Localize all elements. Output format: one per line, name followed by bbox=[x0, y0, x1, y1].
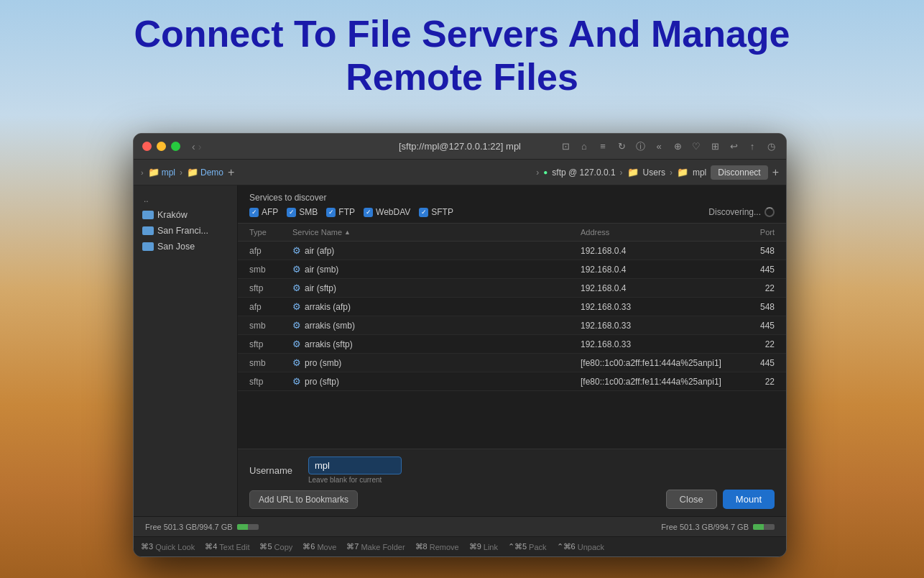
row-type: sftp bbox=[249, 283, 292, 293]
row-type: sftp bbox=[249, 339, 292, 349]
row-address: 192.168.0.4 bbox=[581, 283, 724, 293]
back-icon[interactable]: ‹ bbox=[192, 141, 195, 152]
sidebar-item-krakow[interactable]: Kraków bbox=[134, 207, 237, 223]
button-row: Add URL to Bookmarks Close Mount bbox=[249, 490, 775, 509]
smb-checkbox[interactable]: ✓ bbox=[287, 208, 296, 217]
right-storage-fill bbox=[753, 524, 764, 530]
service-header: Services to discover ✓ AFP ✓ SMB ✓ FTP bbox=[238, 185, 786, 224]
sftp-checkbox[interactable]: ✓ bbox=[419, 208, 428, 217]
sftp-label: SFTP bbox=[431, 207, 453, 217]
shortcut-label: Remove bbox=[430, 543, 459, 551]
info-icon[interactable]: ⓘ bbox=[634, 140, 647, 153]
close-button[interactable]: Close bbox=[666, 490, 717, 509]
navbar-right: › ● sftp @ 127.0.0.1 › 📁 Users › 📁 mpl D… bbox=[536, 165, 779, 180]
table-row[interactable]: smb ⚙ air (smb) 192.168.0.4 445 bbox=[238, 260, 786, 279]
ftp-checkbox[interactable]: ✓ bbox=[326, 208, 336, 217]
list-icon[interactable]: ≡ bbox=[596, 140, 609, 153]
add-bookmark-button[interactable]: Add URL to Bookmarks bbox=[249, 490, 358, 509]
heart-icon[interactable]: ♡ bbox=[690, 140, 703, 153]
left-storage: Free 501.3 GB/994.7 GB bbox=[145, 523, 259, 531]
sidebar-item-sanjose[interactable]: San Jose bbox=[134, 239, 237, 254]
username-hint: Leave blank for current bbox=[308, 476, 402, 484]
globe-icon[interactable]: ⊕ bbox=[671, 140, 684, 153]
row-port: 445 bbox=[724, 358, 775, 368]
undo-icon[interactable]: ↩ bbox=[727, 140, 740, 153]
shortcut-item: ⌃⌘6 Unpack bbox=[557, 542, 604, 551]
grid-icon[interactable]: ⊞ bbox=[708, 140, 721, 153]
right-storage-bar bbox=[753, 524, 775, 530]
shortcut-label: Link bbox=[484, 543, 498, 551]
shortcut-label: Make Folder bbox=[361, 543, 405, 551]
mount-button[interactable]: Mount bbox=[723, 490, 775, 509]
filter-afp[interactable]: ✓ AFP bbox=[249, 207, 278, 217]
breadcrumb-folder-mpl[interactable]: 📁 mpl bbox=[148, 167, 175, 178]
shortcut-item: ⌘4 Text Edit bbox=[205, 542, 249, 551]
left-arrow-icon[interactable]: « bbox=[652, 140, 665, 153]
col-header-name[interactable]: Service Name ▲ bbox=[292, 228, 581, 237]
col-header-port: Port bbox=[724, 228, 775, 237]
share-icon[interactable]: ↑ bbox=[746, 140, 759, 153]
breadcrumb-folder-demo[interactable]: 📁 Demo bbox=[187, 167, 223, 178]
filter-webdav[interactable]: ✓ WebDAV bbox=[364, 207, 410, 217]
breadcrumb-separator: › bbox=[180, 168, 183, 178]
row-port: 22 bbox=[724, 339, 775, 349]
table-row[interactable]: smb ⚙ arrakis (smb) 192.168.0.33 445 bbox=[238, 316, 786, 335]
disconnect-button[interactable]: Disconnect bbox=[711, 165, 767, 180]
table-row[interactable]: smb ⚙ pro (smb) [fe80::1c00:a2ff:fe11:44… bbox=[238, 354, 786, 372]
close-traffic-light[interactable] bbox=[142, 142, 152, 151]
sidebar-label-krakow: Kraków bbox=[157, 210, 188, 220]
row-type: smb bbox=[249, 265, 292, 275]
afp-checkbox[interactable]: ✓ bbox=[249, 208, 259, 217]
navbar-server-label: sftp @ 127.0.0.1 bbox=[552, 168, 615, 178]
server-icon: ⚙ bbox=[292, 301, 301, 312]
row-name: ⚙ air (smb) bbox=[292, 264, 581, 275]
shortcut-label: Pack bbox=[529, 543, 546, 551]
sidebar: .. Kraków San Franci... San Jose bbox=[134, 185, 238, 516]
afp-label: AFP bbox=[262, 207, 278, 217]
add-tab-button[interactable]: + bbox=[228, 166, 234, 179]
username-input-wrap: Leave blank for current bbox=[308, 457, 402, 484]
service-table: Type Service Name ▲ Address Port afp ⚙ a… bbox=[238, 224, 786, 449]
shortcut-label: Copy bbox=[274, 543, 293, 551]
maximize-traffic-light[interactable] bbox=[171, 142, 180, 151]
table-row[interactable]: sftp ⚙ arrakis (sftp) 192.168.0.33 22 bbox=[238, 335, 786, 354]
clock-icon[interactable]: ◷ bbox=[764, 140, 777, 153]
table-row[interactable]: afp ⚙ arrakis (afp) 192.168.0.33 548 bbox=[238, 298, 786, 316]
left-storage-text: Free 501.3 GB/994.7 GB bbox=[145, 523, 233, 531]
shortcut-item: ⌘8 Remove bbox=[415, 542, 459, 551]
row-name: ⚙ arrakis (sftp) bbox=[292, 339, 581, 349]
main-content: .. Kraków San Franci... San Jose Service… bbox=[134, 185, 786, 516]
filter-sftp[interactable]: ✓ SFTP bbox=[419, 207, 453, 217]
navbar-sep2: › bbox=[670, 168, 673, 178]
filter-ftp[interactable]: ✓ FTP bbox=[326, 207, 355, 217]
left-storage-bar bbox=[237, 524, 259, 530]
right-storage-text: Free 501.3 GB/994.7 GB bbox=[661, 523, 749, 531]
username-input[interactable] bbox=[308, 457, 402, 474]
row-name-label: air (smb) bbox=[305, 265, 338, 275]
shortcut-key: ⌘4 bbox=[205, 542, 217, 551]
home-icon[interactable]: ⌂ bbox=[578, 140, 591, 153]
action-buttons: Close Mount bbox=[666, 490, 775, 509]
minimize-traffic-light[interactable] bbox=[157, 142, 166, 151]
table-row[interactable]: sftp ⚙ air (sftp) 192.168.0.4 22 bbox=[238, 279, 786, 298]
shortcut-label: Text Edit bbox=[219, 543, 249, 551]
col-header-address: Address bbox=[581, 228, 724, 237]
filter-smb[interactable]: ✓ SMB bbox=[287, 207, 318, 217]
service-panel: Services to discover ✓ AFP ✓ SMB ✓ FTP bbox=[238, 185, 786, 516]
table-row[interactable]: afp ⚙ air (afp) 192.168.0.4 548 bbox=[238, 242, 786, 260]
shortcut-item: ⌃⌘5 Pack bbox=[508, 542, 547, 551]
table-row[interactable]: sftp ⚙ pro (sftp) [fe80::1c00:a2ff:fe11:… bbox=[238, 372, 786, 391]
sidebar-back[interactable]: .. bbox=[134, 191, 237, 207]
webdav-checkbox[interactable]: ✓ bbox=[364, 208, 373, 217]
add-connection-button[interactable]: + bbox=[772, 166, 779, 179]
row-name: ⚙ air (sftp) bbox=[292, 283, 581, 293]
row-type: afp bbox=[249, 302, 292, 312]
navbar-users-label: Users bbox=[643, 168, 665, 178]
sync-icon[interactable]: ↻ bbox=[615, 140, 628, 153]
discovering-status: Discovering... bbox=[708, 207, 775, 217]
sidebar-label-sanfranci: San Franci... bbox=[157, 226, 208, 236]
sidebar-item-sanfranci[interactable]: San Franci... bbox=[134, 223, 237, 239]
display-icon[interactable]: ⊡ bbox=[559, 140, 572, 153]
forward-icon[interactable]: › bbox=[198, 141, 202, 152]
breadcrumb-demo-label: Demo bbox=[200, 168, 223, 178]
